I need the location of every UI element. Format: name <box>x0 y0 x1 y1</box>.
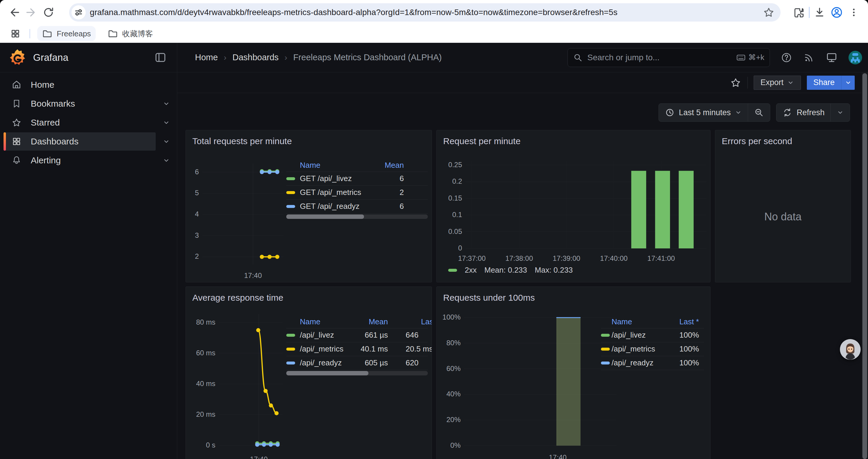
legend-row-separator <box>286 370 428 370</box>
browser-menu-icon[interactable] <box>847 5 861 20</box>
search-icon <box>573 53 583 62</box>
x-axis-tick-label: 17:37:00 <box>448 254 495 263</box>
profile-icon[interactable] <box>830 5 844 20</box>
panel-requests-under-100ms: Requests under 100ms 100%80%60%40%20%0%1… <box>436 287 711 459</box>
y-axis-tick-label: 0.1 <box>436 210 462 219</box>
bookmark-folder-freeleaps[interactable]: Freeleaps <box>37 26 96 41</box>
legend-scrollbar-thumb[interactable] <box>286 371 368 375</box>
url-bar[interactable]: grafana.mathmast.com/d/deytv4rwavabkb/fr… <box>69 3 780 22</box>
breadcrumb-home[interactable]: Home <box>195 53 218 62</box>
search-input[interactable] <box>587 53 736 63</box>
refresh-button[interactable]: Refresh <box>776 104 831 121</box>
brand-name: Grafana <box>33 52 68 63</box>
sidebar-item-starred[interactable]: Starred <box>0 113 177 132</box>
chart-plot <box>466 161 706 249</box>
legend-last-value: 20.5 ms <box>406 342 432 356</box>
legend-scrollbar[interactable] <box>286 215 428 219</box>
legend-header-mean[interactable]: Mean <box>286 315 388 328</box>
page-scrollbar[interactable] <box>862 72 868 459</box>
grafana-logo[interactable] <box>8 48 27 67</box>
chevron-down-icon[interactable] <box>156 100 177 108</box>
zoom-out-button[interactable] <box>748 104 770 121</box>
legend-series-name[interactable]: 2xx <box>465 266 476 275</box>
legend-last-value: 100% <box>601 356 699 370</box>
assistant-avatar[interactable] <box>840 339 861 360</box>
y-axis-tick-label: 80% <box>436 339 461 347</box>
y-axis-tick-label: 4 <box>186 210 199 218</box>
legend-row-separator <box>286 213 428 214</box>
back-icon[interactable] <box>7 5 21 20</box>
share-button[interactable]: Share <box>807 76 841 90</box>
reload-icon[interactable] <box>41 5 56 20</box>
bookmarks-divider <box>30 29 30 38</box>
share-menu-chevron[interactable] <box>841 76 855 90</box>
legend-mean-value: 661 µs <box>286 328 388 342</box>
site-settings-icon[interactable] <box>71 5 86 20</box>
legend-header-mean[interactable]: Mean <box>286 159 404 172</box>
y-axis-tick-label: 60% <box>436 364 461 373</box>
breadcrumb-dashboards[interactable]: Dashboards <box>232 53 279 62</box>
y-axis-tick-label: 0 <box>436 244 462 252</box>
chart-plot <box>464 316 616 446</box>
chevron-down-icon[interactable] <box>156 137 177 145</box>
export-button[interactable]: Export <box>754 76 801 90</box>
browser-toolbar: grafana.mathmast.com/d/deytv4rwavabkb/fr… <box>0 0 868 25</box>
x-axis-tick-label: 17:40 <box>229 271 277 280</box>
y-axis-tick-label: 3 <box>186 231 199 239</box>
legend-scrollbar[interactable] <box>286 371 428 375</box>
forward-icon[interactable] <box>24 5 38 20</box>
chart-plot <box>203 166 283 263</box>
y-axis-tick-label: 0.15 <box>436 194 462 202</box>
legend-mean-value: Mean: 0.233 <box>484 266 527 275</box>
apps-grid-icon[interactable] <box>8 27 23 41</box>
dashboard-content: Last 5 minutes Refresh <box>177 93 868 459</box>
news-rss-icon[interactable] <box>803 52 815 64</box>
y-axis-tick-label: 0.05 <box>436 227 462 236</box>
bookmark-folder-blogs[interactable]: 收藏博客 <box>103 26 158 41</box>
legend-header-last[interactable]: Last * <box>601 315 699 328</box>
downloads-icon[interactable] <box>812 5 827 20</box>
legend-mean-value: 605 µs <box>286 356 388 370</box>
legend-mean-value: 40.1 ms <box>286 342 388 356</box>
legend-mean-value: 2 <box>286 186 404 199</box>
user-avatar[interactable] <box>848 51 862 64</box>
x-axis-tick-label: 17:40:00 <box>590 254 638 263</box>
clock-icon <box>665 107 675 118</box>
legend-scrollbar-thumb[interactable] <box>286 215 364 219</box>
bookmark-star-icon[interactable] <box>762 5 776 20</box>
time-controls: Last 5 minutes Refresh <box>177 103 850 122</box>
search-box[interactable]: ⌘+k <box>567 48 770 67</box>
legend-table: NameMeanLast */api/_livez661 µs646/api/_… <box>286 315 432 433</box>
legend-last-value: 646 <box>406 328 418 342</box>
chevron-down-icon[interactable] <box>156 119 177 127</box>
panel-errors-per-second: Errors per second No data <box>715 130 851 282</box>
favorite-star-icon[interactable] <box>730 77 742 89</box>
dock-menu-icon[interactable] <box>154 51 167 64</box>
sidebar-item-alerting[interactable]: Alerting <box>0 151 177 170</box>
kiosk-monitor-icon[interactable] <box>826 52 838 64</box>
chevron-down-icon[interactable] <box>156 156 177 165</box>
sidebar-item-dashboards[interactable]: Dashboards <box>0 132 177 151</box>
x-axis-tick-label: 17:39:00 <box>543 254 590 263</box>
extensions-icon[interactable] <box>792 5 806 20</box>
y-axis-tick-label: 0% <box>436 441 461 450</box>
panel-total-requests-per-minute: Total requests per minute 6543217:40Name… <box>186 130 432 282</box>
sidebar-item-home[interactable]: Home <box>0 75 177 94</box>
sidebar-item-label: Alerting <box>31 155 61 165</box>
bell-icon <box>11 155 22 165</box>
x-axis-tick-label: 17:40 <box>534 453 582 459</box>
time-range-picker[interactable]: Last 5 minutes <box>659 104 748 121</box>
time-range-group: Last 5 minutes <box>658 103 771 122</box>
help-icon[interactable] <box>780 52 793 64</box>
y-axis-tick-label: 40 ms <box>186 380 215 388</box>
refresh-interval-chevron[interactable] <box>831 104 850 121</box>
panel-average-response-time: Average response time 80 ms60 ms40 ms20 … <box>186 287 432 459</box>
sidebar-item-bookmarks[interactable]: Bookmarks <box>0 94 177 113</box>
legend-header-last[interactable]: Last * <box>421 315 432 328</box>
bookmark-label: Freeleaps <box>57 29 91 38</box>
legend-last-value: 100% <box>601 342 699 356</box>
legend-table: NameMeanGET /api/_livez6GET /api/_metric… <box>286 159 432 277</box>
x-axis-tick-label: 17:41:00 <box>638 254 685 263</box>
bookmark-icon <box>11 99 22 109</box>
sidebar: Home Bookmarks Starred <box>0 72 177 459</box>
